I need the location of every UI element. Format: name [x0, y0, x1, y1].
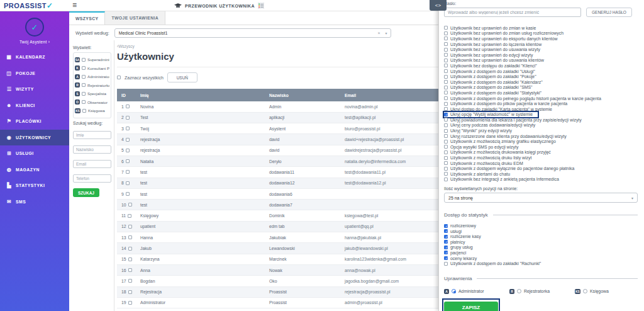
permission-option[interactable]: Użytkownik bez uprawnień do łączenia kli…: [444, 42, 638, 47]
permission-option[interactable]: Użytkownik z dostępem do zakładki "Usług…: [444, 69, 638, 74]
tab-wszyscy[interactable]: WSZYSCY: [69, 11, 105, 25]
stats-option[interactable]: rozliczenie kasy: [444, 234, 638, 239]
row-checkbox[interactable]: [128, 268, 132, 272]
row-checkbox[interactable]: [128, 235, 132, 239]
option-checkbox[interactable]: [444, 42, 448, 46]
stats-option[interactable]: grupy usług: [444, 245, 638, 251]
user-guide-link[interactable]: PRZEWODNIK UŻYTKOWNIKA: [0, 0, 438, 11]
permission-option[interactable]: Użytkownik bez integracji z ankietą pacj…: [444, 177, 638, 183]
stats-checkbox[interactable]: [444, 246, 448, 249]
stats-option[interactable]: rozliczeniowy: [444, 223, 638, 229]
row-checkbox[interactable]: [126, 127, 130, 130]
search-field-telefon[interactable]: [73, 174, 111, 183]
permission-option[interactable]: Ukryj powiadomienia dla lekarza i pacjen…: [444, 117, 638, 123]
option-checkbox[interactable]: [444, 59, 448, 62]
permission-option[interactable]: Użytkownik z możliwością zmiany grafiku …: [444, 139, 638, 144]
permission-option[interactable]: Użytkownik z dostępem wyłącznie do pacje…: [444, 166, 638, 171]
sidebar-item-sms[interactable]: ✉SMS: [0, 194, 69, 210]
save-button[interactable]: ZAPISZ: [444, 302, 498, 311]
option-checkbox[interactable]: [444, 75, 448, 79]
row-checkbox[interactable]: [126, 149, 130, 152]
row-checkbox[interactable]: [128, 301, 132, 305]
option-checkbox[interactable]: [444, 102, 448, 106]
stats-checkbox[interactable]: [444, 251, 448, 254]
option-checkbox[interactable]: [444, 113, 448, 116]
option-checkbox[interactable]: [444, 96, 448, 100]
role-filter-księgowa[interactable]: KSKsięgowa: [75, 106, 109, 115]
sidebar-item-klienci[interactable]: ☻KLIENCI: [0, 98, 69, 114]
search-button[interactable]: SZUKAJ: [73, 188, 99, 197]
role-filter-superadministrator[interactable]: SASuperadministrator: [75, 55, 109, 64]
option-checkbox[interactable]: [444, 48, 448, 52]
clinic-select[interactable]: Medical Clinic Proassist1 × ▾: [114, 28, 391, 38]
option-checkbox[interactable]: [444, 140, 448, 144]
permission-option[interactable]: Użytkownik bez uprawnień do usuwania kli…: [444, 58, 638, 64]
option-checkbox[interactable]: [444, 134, 448, 138]
stats-checkbox[interactable]: [444, 240, 448, 244]
clear-icon[interactable]: ×: [378, 31, 380, 35]
permission-option[interactable]: Użytkownik z możliwością druku EDM: [444, 161, 638, 166]
permission-option[interactable]: Ukryj dostęp do zakładki "Karta pacjenta…: [444, 106, 638, 112]
permission-option[interactable]: Ukryj rozszerzone dane klienta przy doda…: [444, 133, 638, 139]
row-checkbox[interactable]: [126, 170, 130, 174]
row-checkbox[interactable]: [128, 247, 132, 251]
generate-password-button[interactable]: GENERUJ HASŁO: [586, 8, 632, 17]
row-checkbox[interactable]: [126, 116, 130, 120]
permission-option[interactable]: Opcja wysyłki SMS po edycji wizyty: [444, 144, 638, 150]
assistant-label[interactable]: Twój Asystent ›: [19, 40, 50, 44]
permission-option[interactable]: Użytkownik z możliwością druku listy wiz…: [444, 155, 638, 161]
option-checkbox[interactable]: [444, 91, 448, 94]
option-checkbox[interactable]: [444, 86, 448, 89]
role-checkbox[interactable]: [82, 83, 86, 87]
option-checkbox[interactable]: [444, 178, 448, 181]
chevron-down-icon[interactable]: ▾: [386, 31, 387, 35]
role-checkbox[interactable]: [82, 100, 86, 104]
row-checkbox[interactable]: [128, 203, 132, 206]
sidebar-item-wizyty[interactable]: ☰WIZYTY: [0, 81, 69, 98]
role-checkbox[interactable]: [82, 75, 86, 79]
search-field-imię[interactable]: [73, 131, 111, 139]
search-field-email[interactable]: [73, 160, 111, 168]
option-checkbox[interactable]: [444, 123, 448, 127]
permission-option[interactable]: Użytkownik z dostępem do zakładki "SMS": [444, 85, 638, 91]
select-all-checkbox[interactable]: [117, 76, 121, 79]
role-radio-button[interactable]: [517, 289, 521, 293]
permission-option[interactable]: Ukryj opcję "Wyślij wiadomość" w systemi…: [444, 112, 538, 118]
permission-option[interactable]: Użytkownik bez uprawnień do eksportu dan…: [444, 36, 638, 42]
sidebar-item-kalendarz[interactable]: ▦KALENDARZ: [0, 49, 69, 65]
stats-option[interactable]: Użytkownik z dostępem do zakładki "Rachu…: [444, 261, 638, 266]
option-checkbox[interactable]: [444, 167, 448, 171]
role-filter-konsultant-proassist[interactable]: KKonsultant Proassist: [75, 64, 109, 73]
row-checkbox[interactable]: [126, 105, 130, 108]
role-filter-administrator[interactable]: AAdministrator: [75, 72, 109, 81]
row-checkbox[interactable]: [126, 192, 130, 196]
avatar[interactable]: ✓: [25, 18, 44, 37]
role-radio-button[interactable]: [452, 289, 456, 293]
permission-option[interactable]: Użytkownik bez dostępu do zakładki "Klie…: [444, 63, 638, 69]
sidebar-item-statystyki[interactable]: ▙STATYSTYKI: [0, 178, 69, 194]
role-radio-rejestratorka[interactable]: RRejestratorka: [509, 289, 572, 294]
stats-option[interactable]: usługi: [444, 229, 638, 234]
row-checkbox[interactable]: [126, 138, 130, 142]
stats-checkbox[interactable]: [444, 235, 448, 239]
stats-option[interactable]: pacjenci: [444, 250, 638, 256]
option-checkbox[interactable]: [444, 107, 448, 111]
option-checkbox[interactable]: [444, 129, 448, 133]
role-filter-rejestratorka[interactable]: RRejestratorka: [75, 81, 109, 90]
permission-option[interactable]: Ukryj "Wyniki" przy edycji wizyty: [444, 128, 638, 133]
option-checkbox[interactable]: [444, 150, 448, 154]
stats-checkbox[interactable]: [444, 229, 448, 233]
role-radio-button[interactable]: [583, 289, 587, 293]
tab-twoje-ustawienia[interactable]: TWOJE USTAWIENIA: [105, 11, 165, 25]
role-filter-specjalista[interactable]: SSpecjalista: [75, 89, 109, 98]
sidebar-item-magazyn[interactable]: ◍MAGAZYN: [0, 162, 69, 178]
option-checkbox[interactable]: [444, 64, 448, 67]
drawer-toggle-button[interactable]: <>: [430, 0, 447, 11]
option-checkbox[interactable]: [444, 145, 448, 149]
permission-option[interactable]: Użytkownik z dostępem do plików pacjenta…: [444, 101, 638, 106]
permission-option[interactable]: Użytkownik bez uprawnień do zmian usług …: [444, 31, 638, 37]
permission-option[interactable]: Użytkownik z dostępem do zakładki "Kalen…: [444, 79, 638, 85]
permission-option[interactable]: Ukryj ceny podczas dodawania/edycji wizy…: [444, 123, 638, 128]
row-checkbox[interactable]: [128, 214, 131, 218]
sidebar-item-pokoje[interactable]: ◫POKOJE: [0, 65, 69, 82]
